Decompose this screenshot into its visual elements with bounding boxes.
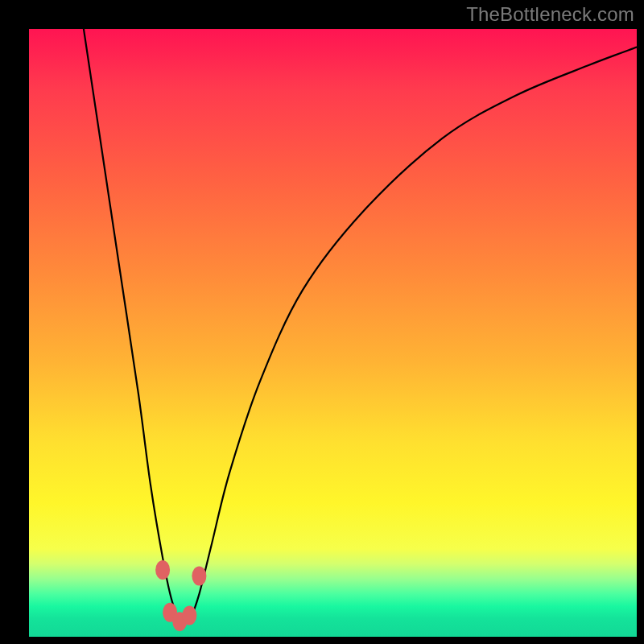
- chart-stage: TheBottleneck.com: [0, 0, 644, 644]
- watermark-text: TheBottleneck.com: [466, 3, 634, 26]
- curve-marker: [192, 567, 206, 586]
- curve-layer: [29, 29, 637, 637]
- plot-area: [29, 29, 637, 637]
- curve-marker: [182, 606, 196, 625]
- bottleneck-curve: [84, 29, 637, 623]
- curve-marker: [155, 560, 170, 580]
